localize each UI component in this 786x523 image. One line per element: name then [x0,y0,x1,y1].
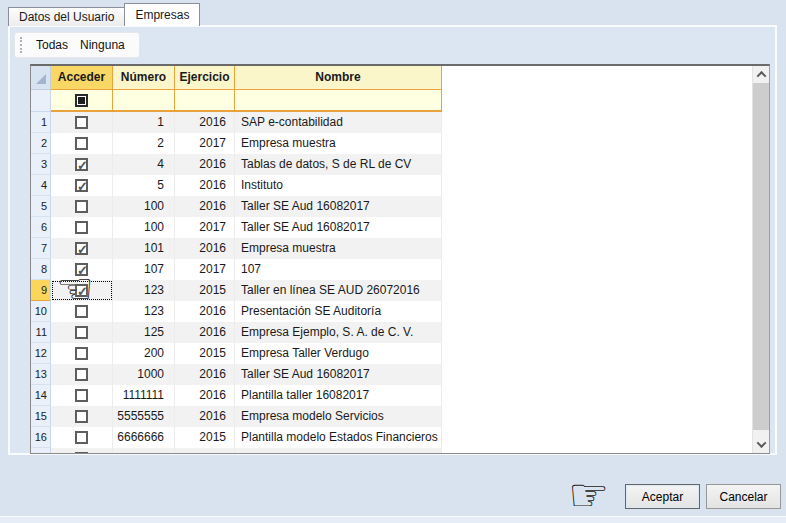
checkbox-unchecked[interactable] [75,116,88,129]
numero-cell[interactable]: 101 [113,238,175,259]
numero-cell[interactable]: 123 [113,280,175,301]
ejercicio-cell[interactable]: 2017 [175,259,235,280]
checkbox-unchecked[interactable] [75,389,88,402]
nombre-cell[interactable]: Empresa modelo Servicios [235,406,442,427]
numero-cell[interactable]: 1111111 [113,385,175,406]
checkbox-checked[interactable] [75,242,88,255]
row-number[interactable]: 12 [31,343,51,364]
acceder-cell[interactable] [51,154,113,175]
select-all-checkbox[interactable] [75,94,88,107]
acceder-cell[interactable] [51,427,113,448]
scroll-up-button[interactable] [753,66,769,83]
nombre-cell[interactable]: Plantilla modelo Estados Financieros [235,427,442,448]
row-number[interactable]: 6 [31,217,51,238]
row-number[interactable]: 10 [31,301,51,322]
ejercicio-cell[interactable]: 2016 [175,175,235,196]
acceder-cell[interactable] [51,133,113,154]
select-all-corner[interactable] [31,66,51,90]
nombre-cell[interactable]: Taller en línea SE AUD 26072016 [235,280,442,301]
acceder-cell[interactable] [51,217,113,238]
scroll-down-button[interactable] [753,436,769,453]
nombre-cell[interactable]: Taller SE Aud 16082017 [235,364,442,385]
numero-cell[interactable]: 125 [113,322,175,343]
ejercicio-cell[interactable]: 2015 [175,448,235,454]
ejercicio-cell[interactable]: 2016 [175,238,235,259]
checkbox-unchecked[interactable] [75,221,88,234]
toolbar-grip-icon[interactable] [20,37,23,53]
ejercicio-cell[interactable]: 2016 [175,301,235,322]
checkbox-unchecked[interactable] [75,326,88,339]
ejercicio-cell[interactable]: 2016 [175,154,235,175]
column-header-ejercicio[interactable]: Ejercicio [175,66,235,90]
row-number[interactable]: 11 [31,322,51,343]
numero-cell[interactable]: 200 [113,343,175,364]
ejercicio-cell[interactable]: 2015 [175,280,235,301]
numero-cell[interactable]: 1000 [113,364,175,385]
acceder-cell[interactable] [51,448,113,454]
filter-nombre-cell[interactable] [235,90,442,112]
numero-cell[interactable]: 4 [113,154,175,175]
numero-cell[interactable]: 8888888 [113,448,175,454]
ninguna-button[interactable]: Ninguna [74,36,131,54]
acceder-cell[interactable] [51,343,113,364]
tab-datos-del-usuario[interactable]: Datos del Usuario [8,7,125,26]
row-number[interactable]: 14 [31,385,51,406]
checkbox-checked[interactable] [75,158,88,171]
numero-cell[interactable]: 2 [113,133,175,154]
numero-cell[interactable]: 123 [113,301,175,322]
ejercicio-cell[interactable]: 2016 [175,364,235,385]
filter-numero-cell[interactable] [113,90,175,112]
nombre-cell[interactable]: Presentación SE Auditoría [235,301,442,322]
acceder-cell[interactable] [51,364,113,385]
column-header-numero[interactable]: Número [113,66,175,90]
row-number[interactable]: 17 [31,448,51,454]
nombre-cell[interactable]: Empresa muestra [235,133,442,154]
ejercicio-cell[interactable]: 2016 [175,196,235,217]
checkbox-unchecked[interactable] [75,347,88,360]
nombre-cell[interactable]: Plantilla taller 16082017 [235,385,442,406]
numero-cell[interactable]: 5555555 [113,406,175,427]
acceder-cell[interactable] [51,322,113,343]
checkbox-unchecked[interactable] [75,431,88,444]
numero-cell[interactable]: 107 [113,259,175,280]
checkbox-unchecked[interactable] [75,410,88,423]
ejercicio-cell[interactable]: 2016 [175,385,235,406]
row-number[interactable]: 3 [31,154,51,175]
aceptar-button[interactable]: Aceptar [625,484,700,509]
nombre-cell[interactable]: Empresa Ejemplo, S. A. de C. V. [235,322,442,343]
nombre-cell[interactable]: Tablas de datos, S de RL de CV [235,154,442,175]
ejercicio-cell[interactable]: 2017 [175,217,235,238]
row-number[interactable]: 8 [31,259,51,280]
row-number[interactable]: 2 [31,133,51,154]
tab-empresas[interactable]: Empresas [124,3,200,26]
numero-cell[interactable]: 100 [113,196,175,217]
acceder-cell[interactable] [51,175,113,196]
nombre-cell[interactable]: Empresa muestra [235,238,442,259]
ejercicio-cell[interactable]: 2016 [175,406,235,427]
ejercicio-cell[interactable]: 2015 [175,427,235,448]
filter-acceder-cell[interactable] [51,90,113,112]
numero-cell[interactable]: 5 [113,175,175,196]
ejercicio-cell[interactable]: 2017 [175,133,235,154]
nombre-cell[interactable]: 107 [235,259,442,280]
checkbox-unchecked[interactable] [75,137,88,150]
nombre-cell[interactable]: Instituto [235,175,442,196]
numero-cell[interactable]: 100 [113,217,175,238]
row-number[interactable]: 5 [31,196,51,217]
numero-cell[interactable]: 6666666 [113,427,175,448]
nombre-cell[interactable]: Taller SE Aud 16082017 [235,217,442,238]
checkbox-unchecked[interactable] [75,452,88,454]
nombre-cell[interactable]: SAP e-contabilidad [235,112,442,133]
acceder-cell[interactable] [51,385,113,406]
checkbox-unchecked[interactable] [75,368,88,381]
column-header-nombre[interactable]: Nombre [235,66,442,90]
nombre-cell[interactable]: Empresa Taller Verdugo [235,343,442,364]
row-number[interactable]: 13 [31,364,51,385]
nombre-cell[interactable]: Taller SE Aud 16082017 [235,196,442,217]
ejercicio-cell[interactable]: 2015 [175,343,235,364]
checkbox-checked[interactable] [75,179,88,192]
ejercicio-cell[interactable]: 2016 [175,322,235,343]
checkbox-unchecked[interactable] [75,200,88,213]
acceder-cell[interactable] [51,238,113,259]
row-number[interactable]: 1 [31,112,51,133]
